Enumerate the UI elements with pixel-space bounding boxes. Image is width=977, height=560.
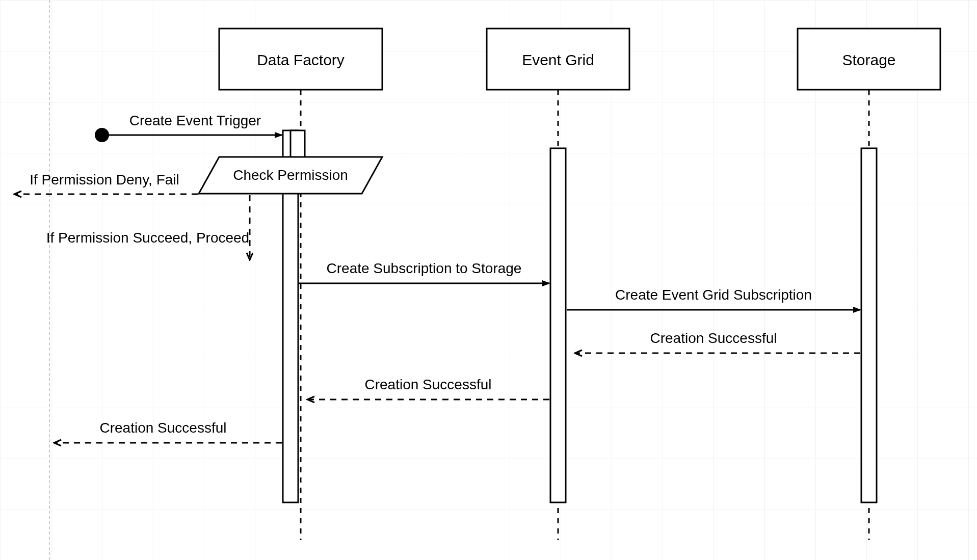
svg-rect-5 [291,130,305,158]
actor-label-data-factory: Data Factory [257,51,345,68]
svg-text:If Permission Succeed, Proceed: If Permission Succeed, Proceed [46,230,249,246]
svg-text:If Permission Deny, Fail: If Permission Deny, Fail [30,172,179,188]
message-create-eg-subscription: Create Event Grid Subscription [567,287,860,310]
message-creation-successful-storage: Creation Successful [576,330,860,353]
message-create-event-trigger: Create Event Trigger [109,113,305,158]
sequence-diagram: Data Factory Event Grid Storage Create E… [0,0,977,560]
svg-text:Create Subscription to Storage: Create Subscription to Storage [327,260,522,276]
activation-event-grid [550,148,566,502]
check-permission-node: Check Permission [199,157,382,194]
svg-text:Create Event Grid Subscription: Create Event Grid Subscription [615,287,812,303]
actor-event-grid: Event Grid [487,29,629,90]
actor-label-storage: Storage [842,51,895,68]
actor-storage: Storage [798,29,940,90]
message-creation-successful-final: Creation Successful [55,420,282,443]
svg-text:Create Event Trigger: Create Event Trigger [129,113,261,128]
message-permission-succeed: If Permission Succeed, Proceed [46,195,250,259]
actor-data-factory: Data Factory [219,29,382,90]
message-permission-deny: If Permission Deny, Fail [15,172,198,194]
activation-storage [861,148,877,502]
message-creation-successful-eg: Creation Successful [308,377,549,399]
actor-label-event-grid: Event Grid [522,51,594,68]
message-create-subscription: Create Subscription to Storage [299,260,549,283]
svg-text:Check Permission: Check Permission [233,167,348,183]
svg-text:Creation Successful: Creation Successful [99,420,226,436]
svg-text:Creation Successful: Creation Successful [364,377,491,392]
start-point [95,128,109,142]
svg-text:Creation Successful: Creation Successful [650,330,777,346]
